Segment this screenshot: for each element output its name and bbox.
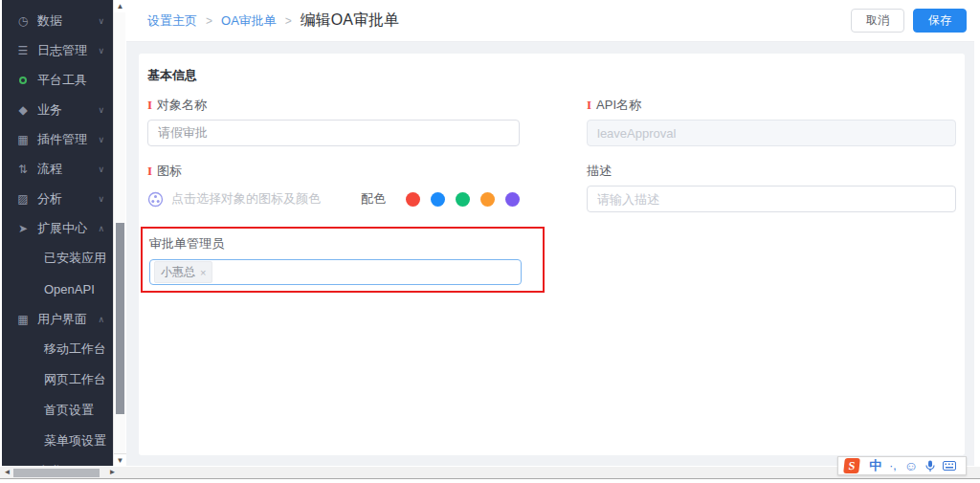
api-name-input — [587, 120, 956, 146]
sidebar-item-label: 首页设置 — [44, 402, 94, 419]
sidebar-item-label: 业务 — [37, 101, 62, 119]
sidebar-item-menu-settings[interactable]: 菜单项设置 — [2, 426, 113, 456]
page-body: 基本信息 I 对象名称 I API名称 — [126, 42, 974, 466]
palette-color-dot[interactable] — [456, 192, 470, 207]
sidebar-item-log-management[interactable]: ☰ 日志管理 ∨ — [2, 35, 113, 65]
sidebar: ◷ 数据 ∨ ☰ 日志管理 ∨ 平台工具 ◆ 业务 ∨ ▦ 插件管理 ∨ ⇅ 流… — [2, 0, 113, 466]
palette-color-dot[interactable] — [480, 192, 495, 207]
palette-dots — [395, 192, 520, 207]
icon-picker[interactable]: 点击选择对象的图标及颜色 — [147, 190, 321, 208]
sidebar-item-label: 菜单项设置 — [44, 432, 106, 450]
sidebar-item-web-workbench[interactable]: 网页工作台 — [2, 364, 113, 395]
required-marker: I — [147, 98, 152, 113]
briefcase-icon: ◆ — [15, 103, 31, 117]
sidebar-item-label: 网页工作台 — [44, 371, 106, 388]
icon-label: 图标 — [157, 163, 182, 180]
color-palette: 配色 — [361, 190, 520, 208]
chevron-down-icon: ∨ — [98, 165, 104, 174]
scroll-up-arrow[interactable]: ▲ — [114, 0, 126, 12]
annotation-highlight: 审批单管理员 小惠总 × — [141, 227, 545, 293]
required-marker: I — [147, 164, 152, 179]
tag-remove-icon[interactable]: × — [200, 267, 206, 278]
field-description: 描述 — [587, 163, 956, 212]
palette-color-dot[interactable] — [505, 192, 520, 207]
grid-icon: ▦ — [15, 133, 31, 146]
sidebar-item-openapi[interactable]: OpenAPI — [2, 274, 113, 304]
tag-text: 小惠总 — [161, 264, 195, 280]
object-name-label: 对象名称 — [157, 97, 207, 114]
scroll-left-arrow[interactable]: ◄ — [1, 467, 13, 478]
sogou-logo-icon[interactable]: S — [844, 458, 861, 473]
sidebar-item-label: 日志管理 — [37, 42, 87, 59]
keyboard-icon[interactable] — [943, 461, 956, 471]
chevron-down-icon: ∨ — [98, 194, 104, 204]
cancel-button[interactable]: 取消 — [851, 9, 904, 33]
admin-select-input[interactable]: 小惠总 × — [149, 259, 522, 285]
sidebar-item-label: OpenAPI — [44, 282, 95, 296]
sidebar-item-business[interactable]: ◆ 业务 ∨ — [2, 95, 113, 124]
punctuation-icon[interactable]: ·, — [889, 459, 896, 472]
sidebar-item-label: 数据 — [37, 12, 62, 30]
sidebar-item-label: 扩展中心 — [37, 220, 87, 237]
list-icon: ☰ — [15, 44, 31, 57]
sidebar-item-analysis[interactable]: ▨ 分析 ∨ — [2, 184, 113, 213]
scrollbar-thumb[interactable] — [13, 469, 100, 477]
scroll-right-arrow[interactable]: ► — [106, 467, 119, 478]
sidebar-item-workflow[interactable]: ⇅ 流程 ∨ — [2, 154, 113, 184]
circle-teal-icon — [15, 465, 31, 467]
page-title: 编辑OA审批单 — [301, 11, 399, 31]
description-input[interactable] — [587, 186, 956, 212]
palette-color-dot[interactable] — [406, 192, 420, 207]
sidebar-item-user-interface[interactable]: ▦ 用户界面 ∧ — [2, 304, 113, 334]
sidebar-item-label: 用户界面 — [37, 311, 87, 328]
sidebar-item-platform-tools[interactable]: 平台工具 — [2, 65, 113, 95]
admin-label: 审批单管理员 — [149, 235, 224, 252]
grid-icon: ▦ — [15, 313, 31, 326]
save-button[interactable]: 保存 — [913, 9, 967, 33]
palette-color-dot[interactable] — [431, 192, 445, 207]
emoji-icon[interactable]: ☺ — [904, 458, 918, 473]
object-name-input[interactable] — [147, 120, 520, 146]
sidebar-item-label: 企业 — [37, 463, 62, 467]
sidebar-item-extension-center[interactable]: ➤ 扩展中心 ∧ — [2, 213, 113, 243]
chinese-mode-icon[interactable]: 中 — [869, 457, 881, 474]
sidebar-item-plugin-management[interactable]: ▦ 插件管理 ∨ — [2, 124, 113, 154]
chart-icon: ▨ — [15, 192, 31, 206]
scrollbar-thumb[interactable] — [116, 223, 124, 414]
sidebar-item-label: 分析 — [37, 190, 62, 208]
sidebar-item-enterprise[interactable]: 企业 — [2, 456, 113, 466]
breadcrumb-settings-home[interactable]: 设置主页 — [147, 12, 197, 30]
chevron-down-icon: ∨ — [98, 46, 104, 55]
field-object-name: I 对象名称 — [147, 97, 520, 146]
breadcrumb-separator: > — [206, 14, 212, 28]
ime-toolbar: S 中 ·, ☺ — [837, 456, 967, 475]
clock-icon: ◷ — [15, 14, 31, 28]
color-wheel-icon — [147, 191, 164, 208]
sidebar-scrollbar: ▲ ▼ — [113, 0, 125, 466]
app-window: ◷ 数据 ∨ ☰ 日志管理 ∨ 平台工具 ◆ 业务 ∨ ▦ 插件管理 ∨ ⇅ 流… — [0, 0, 980, 483]
horizontal-scrollbar: ◄ ► — [0, 467, 980, 479]
sidebar-item-mobile-workbench[interactable]: 移动工作台 — [2, 334, 113, 364]
chevron-down-icon: ∨ — [98, 16, 104, 26]
sidebar-item-data[interactable]: ◷ 数据 ∨ — [2, 6, 113, 35]
breadcrumb-separator: > — [285, 14, 292, 28]
breadcrumb-bar: 设置主页 > OA审批单 > 编辑OA审批单 取消 保存 — [126, 0, 974, 42]
sidebar-item-installed-apps[interactable]: 已安装应用 — [2, 243, 113, 274]
microphone-icon[interactable] — [925, 460, 935, 472]
chevron-down-icon: ∨ — [98, 135, 104, 144]
breadcrumb-oa-approval[interactable]: OA审批单 — [221, 12, 277, 30]
selected-user-tag: 小惠总 × — [154, 261, 212, 283]
sidebar-item-label: 插件管理 — [37, 131, 87, 148]
sidebar-item-homepage-settings[interactable]: 首页设置 — [2, 395, 113, 426]
scroll-down-arrow[interactable]: ▼ — [114, 453, 126, 466]
sidebar-item-label: 平台工具 — [37, 72, 87, 89]
api-name-label: API名称 — [596, 97, 641, 114]
icon-picker-hint: 点击选择对象的图标及颜色 — [171, 190, 321, 208]
sidebar-item-label: 已安装应用 — [44, 250, 106, 267]
required-marker: I — [587, 98, 591, 113]
palette-label: 配色 — [361, 190, 386, 208]
field-api-name: I API名称 — [587, 97, 956, 146]
rocket-icon: ➤ — [15, 222, 31, 235]
chevron-up-icon: ∧ — [98, 315, 104, 324]
sidebar-item-label: 流程 — [37, 161, 62, 178]
